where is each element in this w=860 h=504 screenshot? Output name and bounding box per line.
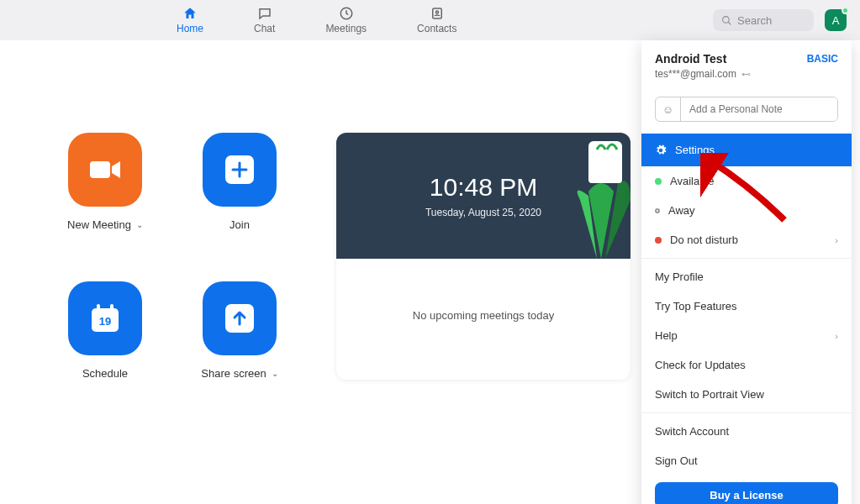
hide-icon[interactable]: ⊷ <box>741 69 751 80</box>
check-updates-item[interactable]: Check for Updates <box>641 350 852 380</box>
contacts-icon <box>430 6 445 21</box>
search-placeholder: Search <box>737 14 772 27</box>
schedule-action[interactable]: 19 Schedule <box>50 281 160 380</box>
nav-home[interactable]: Home <box>177 6 203 34</box>
user-email: tes***@gmail.com ⊷ <box>655 68 838 80</box>
personal-note-field[interactable]: ☺ <box>655 97 838 122</box>
meeting-hero: 10:48 PM Tuesday, August 25, 2020 <box>336 133 630 259</box>
chat-icon <box>257 6 272 21</box>
status-dot-icon <box>655 237 662 244</box>
topbar: Home Chat Meetings Contacts Search A <box>0 0 860 40</box>
home-icon <box>182 6 198 21</box>
nav-label: Contacts <box>417 23 456 34</box>
status-dot-icon <box>655 208 660 213</box>
share-screen-action[interactable]: Share screen ⌄ <box>185 281 294 380</box>
status-dot-icon <box>655 178 662 185</box>
svg-rect-7 <box>97 304 100 311</box>
my-profile-item[interactable]: My Profile <box>641 262 852 291</box>
action-label: Join <box>230 218 250 231</box>
portrait-view-item[interactable]: Switch to Portrait View <box>641 380 852 409</box>
status-available[interactable]: Available <box>641 166 852 196</box>
gear-icon <box>655 144 667 156</box>
avatar[interactable]: A <box>825 9 847 31</box>
svg-rect-4 <box>90 161 110 178</box>
svg-rect-8 <box>110 304 113 311</box>
avatar-initial: A <box>832 14 840 27</box>
status-dnd[interactable]: Do not disturb › <box>641 225 852 255</box>
meeting-panel: 10:48 PM Tuesday, August 25, 2020 No upc… <box>336 133 630 380</box>
search-input[interactable]: Search <box>713 9 814 31</box>
emoji-icon[interactable]: ☺ <box>656 97 681 121</box>
account-badge: BASIC <box>807 53 838 65</box>
nav-meetings[interactable]: Meetings <box>325 6 367 34</box>
svg-rect-11 <box>590 150 620 183</box>
pot-decoration-icon <box>588 141 622 183</box>
plus-icon <box>203 133 277 207</box>
join-action[interactable]: Join <box>185 133 294 231</box>
action-label: New Meeting ⌄ <box>67 218 143 231</box>
nav-contacts[interactable]: Contacts <box>417 6 456 34</box>
settings-item[interactable]: Settings <box>641 134 852 166</box>
nav-label: Meetings <box>325 23 367 34</box>
chevron-right-icon: › <box>835 331 838 341</box>
divider <box>641 258 852 259</box>
svg-text:19: 19 <box>99 315 111 328</box>
action-label: Share screen ⌄ <box>201 367 277 380</box>
status-away[interactable]: Away <box>641 196 852 225</box>
share-icon <box>203 281 277 355</box>
chevron-right-icon: › <box>835 235 838 245</box>
no-meetings-text: No upcoming meetings today <box>336 259 630 372</box>
new-meeting-action[interactable]: New Meeting ⌄ <box>50 133 160 231</box>
nav-label: Home <box>177 23 203 34</box>
profile-dropdown: Android Test BASIC tes***@gmail.com ⊷ ☺ … <box>641 40 852 504</box>
nav-label: Chat <box>254 23 275 34</box>
current-date: Tuesday, August 25, 2020 <box>425 207 541 218</box>
presence-dot-icon <box>842 7 849 14</box>
buy-license-button[interactable]: Buy a License <box>655 482 838 504</box>
video-icon <box>68 133 142 207</box>
action-grid: New Meeting ⌄ Join 19 Schedule Share scr… <box>50 133 294 380</box>
svg-point-3 <box>723 16 730 23</box>
try-top-features-item[interactable]: Try Top Features <box>641 291 852 321</box>
chevron-down-icon[interactable]: ⌄ <box>136 220 143 229</box>
help-item[interactable]: Help › <box>641 321 852 350</box>
switch-account-item[interactable]: Switch Account <box>641 417 852 446</box>
user-name: Android Test <box>655 52 726 66</box>
current-time: 10:48 PM <box>430 173 537 202</box>
svg-point-2 <box>435 11 438 13</box>
main-nav: Home Chat Meetings Contacts <box>177 6 456 34</box>
calendar-icon: 19 <box>68 281 142 355</box>
clock-icon <box>339 6 354 21</box>
divider <box>641 412 852 413</box>
sign-out-item[interactable]: Sign Out <box>641 446 852 475</box>
chevron-down-icon[interactable]: ⌄ <box>272 369 278 378</box>
search-icon <box>721 15 732 26</box>
nav-chat[interactable]: Chat <box>254 6 275 34</box>
personal-note-input[interactable] <box>681 97 837 121</box>
action-label: Schedule <box>82 367 128 380</box>
dropdown-header: Android Test BASIC tes***@gmail.com ⊷ <box>641 40 852 88</box>
